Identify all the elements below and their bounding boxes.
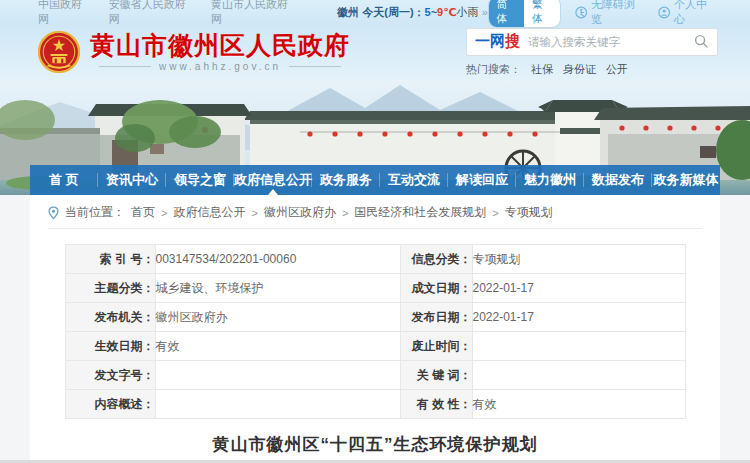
search-box: 一网搜 (466, 28, 718, 56)
active-nav-notch (268, 189, 278, 195)
meta-value-abolish-date (472, 332, 685, 361)
breadcrumb-separator: > (342, 207, 348, 219)
nav-item-data[interactable]: 数据发布 (584, 165, 652, 195)
user-icon (658, 6, 670, 19)
meta-value-issuing-agency: 徽州区政府办 (155, 303, 400, 332)
personal-center-label: 个人中心 (674, 0, 716, 27)
nav-label: 解读回应 (456, 171, 508, 189)
breadcrumb-special-plans[interactable]: 专项规划 (505, 204, 553, 221)
meta-label-index-no: 索 引 号： (65, 245, 155, 274)
nav-label: 数据发布 (592, 171, 644, 189)
meta-value-written-date: 2022-01-17 (472, 274, 685, 303)
meta-value-summary (155, 390, 400, 419)
content-container: 当前位置： 首页 > 政府信息公开 > 徽州区政府办 > 国民经济和社会发展规划… (30, 195, 720, 463)
meta-label-abolish-date: 废止时间： (400, 332, 472, 361)
table-row: 发文字号： 关 键 词： (65, 361, 685, 390)
table-row: 内容概述： 有 效 性： 有效 (65, 390, 685, 419)
nav-label: 资讯中心 (106, 171, 158, 189)
table-row: 生效日期： 有效 废止时间： (65, 332, 685, 361)
link-huangshan-gov[interactable]: 黄山市人民政府网 (211, 0, 295, 27)
breadcrumb: 当前位置： 首页 > 政府信息公开 > 徽州区政府办 > 国民经济和社会发展规划… (30, 195, 720, 228)
breadcrumb-development-plans[interactable]: 国民经济和社会发展规划 (354, 204, 486, 221)
meta-value-validity: 有效 (472, 390, 685, 419)
brand-text: 黄山市徽州区人民政府 www.ahhz.gov.cn (90, 32, 350, 73)
accessibility-link[interactable]: 无障碍浏览 (575, 0, 644, 27)
accessibility-label: 无障碍浏览 (591, 0, 644, 27)
meta-value-doc-number (155, 361, 400, 390)
table-row: 发布机关： 徽州区政府办 发布日期： 2022-01-17 (65, 303, 685, 332)
nav-item-interaction[interactable]: 互动交流 (380, 165, 448, 195)
breadcrumb-separator: > (492, 207, 498, 219)
search-icon[interactable] (694, 34, 709, 49)
content-area: 当前位置： 首页 > 政府信息公开 > 徽州区政府办 > 国民经济和社会发展规划… (0, 195, 750, 463)
document-meta-table: 索 引 号： 003147534/202201-00060 信息分类： 专项规划… (65, 244, 686, 419)
breadcrumb-info-disclosure[interactable]: 政府信息公开 (173, 204, 245, 221)
search-brand-blue: 一网 (475, 32, 505, 49)
search-input[interactable] (528, 36, 694, 48)
meta-value-keywords (472, 361, 685, 390)
site-brand[interactable]: 黄山市徽州区人民政府 www.ahhz.gov.cn (38, 31, 350, 73)
hot-search-item[interactable]: 社保 (531, 62, 553, 77)
weather-high-temp: 9℃ (437, 6, 456, 18)
weather-widget[interactable]: 徽州 今天(周一)：5~9℃小雨 » (337, 5, 488, 20)
meta-label-summary: 内容概述： (65, 390, 155, 419)
meta-label-validity: 有 效 性： (400, 390, 472, 419)
location-pin-icon (48, 206, 59, 220)
lang-simplified-button[interactable]: 简体 (489, 0, 524, 27)
meta-label-issuing-agency: 发布机关： (65, 303, 155, 332)
hot-search-item[interactable]: 公开 (606, 62, 628, 77)
hot-search-bar: 热门搜索： 社保 身份证 公开 (466, 62, 718, 77)
nav-label: 政务新媒体 (654, 171, 719, 189)
nav-label: 互动交流 (388, 171, 440, 189)
meta-label-effective-date: 生效日期： (65, 332, 155, 361)
nav-label: 政府信息公开 (234, 171, 312, 189)
page-title: 黄山市徽州区“十四五”生态环境保护规划 (30, 433, 720, 456)
breadcrumb-home[interactable]: 首页 (131, 204, 155, 221)
meta-label-doc-number: 发文字号： (65, 361, 155, 390)
nav-item-new-media[interactable]: 政务新媒体 (652, 165, 720, 195)
meta-label-info-category: 信息分类： (400, 245, 472, 274)
site-header: 黄山市徽州区人民政府 www.ahhz.gov.cn 一网搜 热门搜索： 社保 … (0, 24, 750, 80)
wheelchair-icon (575, 6, 587, 19)
breadcrumb-district-office[interactable]: 徽州区政府办 (264, 204, 336, 221)
top-utility-bar: 中国政府网 安徽省人民政府网 黄山市人民政府网 徽州 今天(周一)：5~9℃小雨… (0, 0, 750, 24)
link-china-gov[interactable]: 中国政府网 (38, 0, 91, 27)
meta-value-publish-date: 2022-01-17 (472, 303, 685, 332)
hot-search-label: 热门搜索： (466, 62, 521, 77)
lang-traditional-button[interactable]: 繁体 (524, 0, 559, 27)
nav-item-services[interactable]: 政务服务 (312, 165, 380, 195)
search-area: 一网搜 热门搜索： 社保 身份证 公开 (466, 28, 718, 77)
breadcrumb-separator: > (161, 207, 167, 219)
weather-condition: 小雨 (457, 6, 479, 18)
weather-prefix: 徽州 今天(周一)： (337, 6, 424, 18)
site-title: 黄山市徽州区人民政府 (90, 32, 350, 60)
personal-center-link[interactable]: 个人中心 (658, 0, 716, 27)
banner: 首 页 资讯中心 领导之窗 政府信息公开 政务服务 互动交流 解读回应 魅力徽州… (0, 80, 750, 195)
nav-label: 政务服务 (320, 171, 372, 189)
nav-item-news[interactable]: 资讯中心 (98, 165, 166, 195)
nav-label: 领导之窗 (174, 171, 226, 189)
breadcrumb-divider (48, 228, 702, 229)
nav-item-interpretation[interactable]: 解读回应 (448, 165, 516, 195)
nav-item-leaders[interactable]: 领导之窗 (166, 165, 234, 195)
nav-label: 首 页 (49, 171, 79, 189)
meta-value-effective-date: 有效 (155, 332, 400, 361)
meta-value-theme-category: 城乡建设、环境保护 (155, 274, 400, 303)
meta-label-theme-category: 主题分类： (65, 274, 155, 303)
link-anhui-gov[interactable]: 安徽省人民政府网 (109, 0, 193, 27)
meta-value-info-category: 专项规划 (472, 245, 685, 274)
nav-item-home[interactable]: 首 页 (30, 165, 98, 195)
meta-value-index-no: 003147534/202201-00060 (155, 245, 400, 274)
breadcrumb-separator: > (251, 207, 257, 219)
national-emblem-logo (38, 31, 80, 73)
breadcrumb-label: 当前位置： (65, 204, 125, 221)
main-nav: 首 页 资讯中心 领导之窗 政府信息公开 政务服务 互动交流 解读回应 魅力徽州… (30, 165, 720, 195)
hot-search-item[interactable]: 身份证 (563, 62, 596, 77)
nav-item-charm-huizhou[interactable]: 魅力徽州 (516, 165, 584, 195)
nav-label: 魅力徽州 (524, 171, 576, 189)
meta-label-keywords: 关 键 词： (400, 361, 472, 390)
search-brand: 一网搜 (475, 32, 520, 51)
nav-item-info-disclosure[interactable]: 政府信息公开 (234, 165, 312, 195)
search-brand-red: 搜 (505, 32, 520, 49)
meta-label-written-date: 成文日期： (400, 274, 472, 303)
